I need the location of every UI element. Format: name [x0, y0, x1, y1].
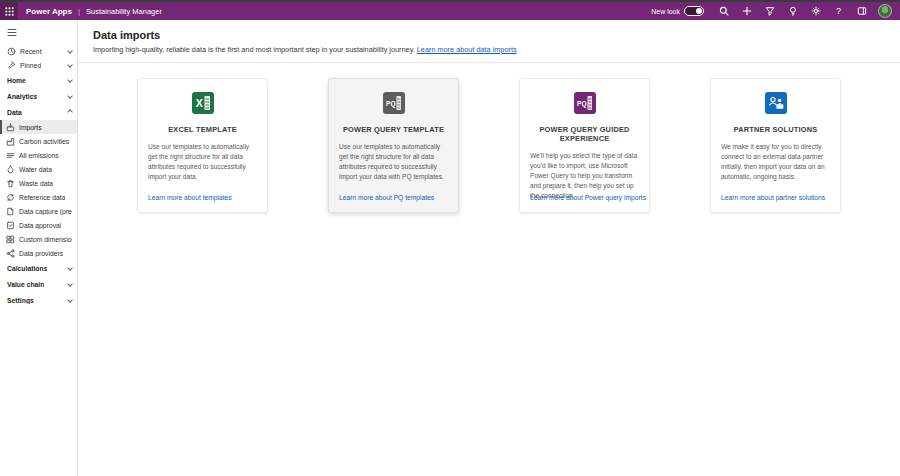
sidebar-item-data-capture[interactable]: Data capture (preview)	[0, 204, 77, 218]
data-providers-icon	[6, 249, 15, 258]
sidebar-item-recent[interactable]: Recent	[0, 44, 77, 58]
page-description: Importing high-quality, reliable data is…	[93, 45, 884, 54]
learn-more-pq-templates-link[interactable]: Learn more about PQ templates	[339, 194, 434, 201]
gear-icon[interactable]	[804, 2, 827, 20]
chevron-down-icon	[67, 297, 73, 303]
card-partner-solutions[interactable]: PARTNER SOLUTIONS We make it easy for yo…	[710, 78, 841, 213]
sidebar-item-label: Water data	[19, 166, 52, 173]
card-title: PARTNER SOLUTIONS	[721, 125, 830, 134]
learn-more-power-query-imports-link[interactable]: Learn more about Power query imports	[530, 194, 646, 201]
app-top-bar: Power Apps | Sustainability Manager New …	[0, 2, 900, 20]
sidebar-group-label: Home	[7, 77, 26, 84]
sidebar-item-label: Data approval	[19, 222, 61, 229]
sidebar-group-label: Data	[7, 109, 22, 116]
sidebar-item-label: Reference data	[19, 194, 65, 201]
learn-more-templates-link[interactable]: Learn more about templates	[148, 194, 232, 201]
waffle-menu-icon[interactable]	[0, 2, 18, 20]
custom-dimensions-icon	[6, 235, 15, 244]
page-title: Data imports	[93, 29, 884, 41]
svg-text:PQ: PQ	[386, 100, 396, 108]
sidebar-group-analytics[interactable]: Analytics	[0, 88, 77, 104]
chevron-down-icon	[67, 77, 73, 83]
filter-icon[interactable]	[758, 2, 781, 20]
chevron-down-icon	[67, 281, 73, 287]
topbar-actions: New look ?	[651, 2, 900, 20]
card-title: POWER QUERY TEMPLATE	[339, 125, 448, 134]
partner-solutions-icon	[765, 92, 787, 114]
sidebar-item-label: Imports	[19, 124, 42, 131]
sidebar-group-value-chain[interactable]: Value chain	[0, 276, 77, 292]
card-description: We make it easy for you to directly conn…	[721, 142, 830, 182]
sidebar: Recent Pinned Home Analytics Data	[0, 20, 78, 476]
sidebar-item-label: Data providers	[19, 250, 63, 257]
import-option-cards: X EXCEL TEMPLATE Use our templates to au…	[78, 78, 900, 213]
imports-icon	[6, 123, 15, 132]
toggle-knob	[696, 8, 702, 14]
sidebar-item-label: Carbon activities	[19, 138, 69, 145]
sidebar-item-custom-dimensions[interactable]: Custom dimensions	[0, 232, 77, 246]
svg-text:PQ: PQ	[577, 100, 587, 108]
clock-icon	[7, 47, 16, 56]
data-approval-icon	[6, 221, 15, 230]
lightbulb-icon[interactable]	[781, 2, 804, 20]
card-title: EXCEL TEMPLATE	[148, 125, 257, 134]
waffle-glyph	[5, 7, 14, 16]
sidebar-item-data-providers[interactable]: Data providers	[0, 246, 77, 260]
card-power-query-template[interactable]: PQ POWER QUERY TEMPLATE Use our template…	[328, 78, 459, 213]
chevron-up-icon	[67, 109, 73, 115]
add-icon[interactable]	[735, 2, 758, 20]
side-panel-icon[interactable]	[850, 2, 873, 20]
sidebar-group-label: Settings	[7, 297, 34, 304]
sidebar-item-waste-data[interactable]: Waste data	[0, 176, 77, 190]
sidebar-item-data-approval[interactable]: Data approval	[0, 218, 77, 232]
power-query-gray-icon: PQ	[383, 92, 405, 114]
sidebar-item-label: Recent	[20, 48, 42, 55]
sidebar-item-water-data[interactable]: Water data	[0, 162, 77, 176]
new-look-toggle[interactable]	[684, 6, 704, 16]
pin-icon	[7, 61, 16, 70]
sidebar-item-all-emissions[interactable]: All emissions	[0, 148, 77, 162]
sidebar-group-calculations[interactable]: Calculations	[0, 260, 77, 276]
excel-icon: X	[192, 92, 214, 114]
search-icon[interactable]	[712, 2, 735, 20]
chevron-down-icon	[67, 48, 73, 54]
sidebar-item-imports[interactable]: Imports	[0, 120, 77, 134]
waste-icon	[6, 179, 15, 188]
card-description: Use our templates to automatically get t…	[148, 142, 257, 182]
sidebar-group-label: Calculations	[7, 265, 47, 272]
carbon-activities-icon	[6, 137, 15, 146]
sidebar-group-label: Analytics	[7, 93, 37, 100]
avatar[interactable]	[878, 4, 892, 18]
sidebar-item-pinned[interactable]: Pinned	[0, 58, 77, 72]
learn-more-data-imports-link[interactable]: Learn more about data imports	[417, 45, 517, 54]
sidebar-group-data[interactable]: Data	[0, 104, 77, 120]
page-header: Data imports Importing high-quality, rel…	[78, 20, 900, 63]
hamburger-menu-icon[interactable]	[0, 24, 77, 40]
data-capture-icon	[6, 207, 15, 216]
app-name[interactable]: Sustainability Manager	[86, 7, 162, 16]
chevron-down-icon	[67, 62, 73, 68]
power-query-purple-icon: PQ	[574, 92, 596, 114]
app-shell: Recent Pinned Home Analytics Data	[0, 20, 900, 476]
svg-text:X: X	[195, 97, 202, 109]
sidebar-item-reference-data[interactable]: Reference data	[0, 190, 77, 204]
new-look-label: New look	[651, 8, 680, 15]
sidebar-item-label: All emissions	[19, 152, 59, 159]
card-excel-template[interactable]: X EXCEL TEMPLATE Use our templates to au…	[137, 78, 268, 213]
learn-more-partner-solutions-link[interactable]: Learn more about partner solutions	[721, 194, 825, 201]
main-content: Data imports Importing high-quality, rel…	[78, 20, 900, 476]
reference-data-icon	[6, 193, 15, 202]
card-power-query-guided-experience[interactable]: PQ POWER QUERY GUIDED EXPERIENCE We'll h…	[519, 78, 650, 213]
sidebar-group-settings[interactable]: Settings	[0, 292, 77, 308]
brand-title[interactable]: Power Apps	[26, 7, 72, 16]
chevron-down-icon	[67, 265, 73, 271]
sidebar-item-label: Data capture (preview)	[19, 208, 72, 215]
sidebar-item-label: Pinned	[20, 62, 41, 69]
page-description-text: Importing high-quality, reliable data is…	[93, 45, 415, 54]
sidebar-item-carbon-activities[interactable]: Carbon activities	[0, 134, 77, 148]
card-title: POWER QUERY GUIDED EXPERIENCE	[530, 125, 639, 143]
help-icon[interactable]: ?	[827, 2, 850, 20]
new-look-switch-group: New look	[651, 6, 704, 16]
emissions-icon	[6, 151, 15, 160]
sidebar-group-home[interactable]: Home	[0, 72, 77, 88]
